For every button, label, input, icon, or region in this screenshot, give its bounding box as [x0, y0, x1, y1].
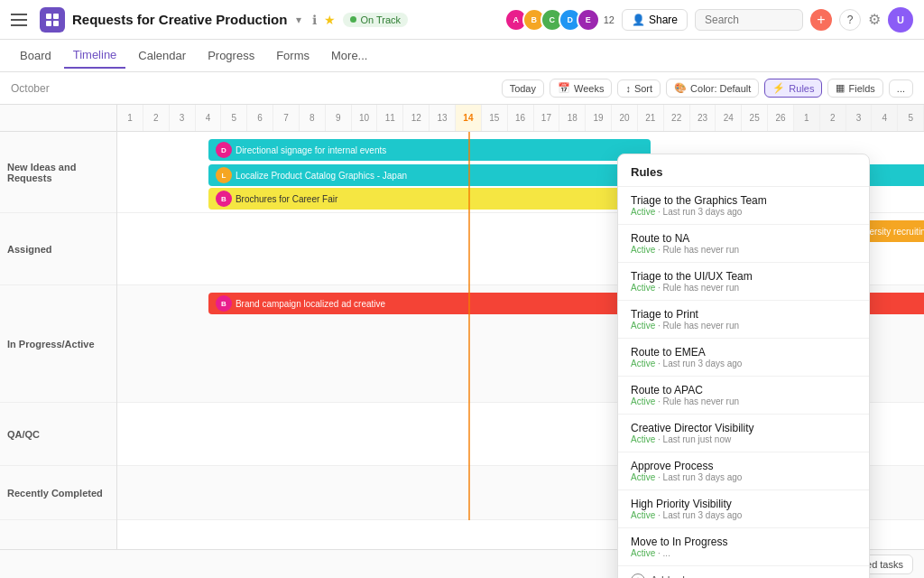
header: Requests for Creative Production ▾ ℹ ★ O… [0, 0, 924, 40]
date-31: 5 [898, 105, 924, 131]
nav-calendar[interactable]: Calendar [129, 43, 195, 68]
add-button[interactable]: + [810, 9, 832, 31]
status-label: On Track [360, 14, 401, 25]
avatar: B [216, 295, 232, 312]
info-icon[interactable]: ℹ [312, 13, 317, 27]
bar-label: Localize Product Catalog Graphics - Japa… [236, 171, 407, 181]
row-label-header [0, 105, 116, 132]
nav-forms[interactable]: Forms [267, 43, 319, 68]
date-13: 13 [430, 105, 456, 131]
row-label-assigned: Assigned [0, 213, 116, 285]
date-10: 10 [352, 105, 378, 131]
nav-timeline[interactable]: Timeline [64, 42, 126, 69]
hamburger-menu[interactable] [11, 9, 32, 31]
header-icons: ℹ ★ On Track [312, 13, 408, 27]
row-label-qaqc: QA/QC [0, 403, 116, 466]
row-label-completed: Recently Completed [0, 466, 116, 520]
date-30: 4 [872, 105, 898, 131]
rules-icon: ⚡ [772, 82, 785, 94]
avatar: L [216, 167, 232, 183]
search-input[interactable] [695, 9, 803, 31]
rule-triage-graphics[interactable]: Triage to the Graphics Team Active · Las… [618, 187, 869, 225]
timeline-content: 1 2 3 4 5 6 7 8 9 10 11 12 13 14 15 16 1… [117, 105, 924, 578]
bar-brochures[interactable]: B Brochures for Career Fair [208, 188, 677, 210]
rule-route-emea[interactable]: Route to EMEA Active · Last run 3 days a… [618, 339, 869, 377]
rule-triage-print[interactable]: Triage to Print Active · Rule has never … [618, 301, 869, 339]
date-24: 24 [716, 105, 742, 131]
nav-board[interactable]: Board [11, 43, 60, 68]
bar-directional-signage[interactable]: D Directional signage for internal event… [208, 139, 651, 161]
more-options-button[interactable]: ... [889, 79, 913, 98]
date-1: 1 [117, 105, 143, 131]
svg-rect-1 [53, 14, 59, 19]
add-rule-button[interactable]: + Add rule [618, 566, 869, 578]
nav: Board Timeline Calendar Progress Forms M… [0, 40, 924, 72]
toolbar-right: Today 📅 Weeks ↕ Sort 🎨 Color: Default ⚡ … [502, 79, 913, 98]
color-button[interactable]: 🎨 Color: Default [666, 79, 759, 98]
rule-high-priority[interactable]: High Priority Visibility Active · Last r… [618, 490, 869, 528]
sort-button[interactable]: ↕ Sort [617, 79, 661, 98]
rule-move-in-progress[interactable]: Move to In Progress Active · ... [618, 528, 869, 566]
timeline-container: New Ideas and Requests Assigned In Progr… [0, 105, 924, 578]
weeks-button[interactable]: 📅 Weeks [550, 79, 612, 98]
date-8: 8 [300, 105, 326, 131]
rule-triage-uiux[interactable]: Triage to the UI/UX Team Active · Rule h… [618, 263, 869, 301]
user-avatar[interactable]: U [888, 7, 913, 33]
chevron-down-icon[interactable]: ▾ [296, 14, 301, 26]
fields-button[interactable]: ▦ Fields [827, 79, 882, 98]
share-icon: 👤 [632, 14, 645, 26]
avatars-group: A B C D E 12 [504, 8, 614, 32]
color-icon: 🎨 [674, 82, 687, 94]
date-28: 2 [820, 105, 846, 131]
date-29: 3 [846, 105, 873, 131]
nav-progress[interactable]: Progress [199, 43, 263, 68]
header-right: A B C D E 12 👤 Share + ? ⚙ U [504, 7, 913, 33]
date-14: 14 [456, 105, 482, 131]
date-20: 20 [612, 105, 638, 131]
svg-rect-2 [46, 21, 51, 26]
toolbar: October Today 📅 Weeks ↕ Sort 🎨 Color: De… [0, 72, 924, 105]
svg-rect-3 [53, 21, 59, 26]
app-icon [40, 7, 65, 33]
date-12: 12 [403, 105, 430, 131]
date-18: 18 [559, 105, 586, 131]
date-21: 21 [638, 105, 664, 131]
month-label: October [11, 82, 50, 95]
date-11: 11 [377, 105, 403, 131]
date-25: 25 [742, 105, 768, 131]
date-26: 26 [768, 105, 794, 131]
date-header: 1 2 3 4 5 6 7 8 9 10 11 12 13 14 15 16 1… [117, 105, 924, 132]
rule-route-apac[interactable]: Route to APAC Active · Rule has never ru… [618, 377, 869, 415]
rule-approve-process[interactable]: Approve Process Active · Last run 3 days… [618, 452, 869, 490]
project-title: Requests for Creative Production [72, 12, 287, 27]
date-4: 4 [196, 105, 222, 131]
sort-icon: ↕ [625, 83, 631, 94]
date-17: 17 [534, 105, 560, 131]
date-19: 19 [586, 105, 612, 131]
rules-panel: Rules Triage to the Graphics Team Active… [617, 154, 870, 578]
date-6: 6 [247, 105, 273, 131]
date-7: 7 [273, 105, 300, 131]
star-icon[interactable]: ★ [324, 13, 336, 27]
avatar: E [577, 8, 600, 32]
help-button[interactable]: ? [839, 9, 861, 31]
rules-button[interactable]: ⚡ Rules [764, 79, 822, 98]
share-button[interactable]: 👤 Share [622, 9, 688, 31]
today-button[interactable]: Today [502, 79, 544, 98]
svg-rect-0 [46, 14, 51, 19]
row-label-in-progress: In Progress/Active [0, 285, 116, 403]
calendar-icon: 📅 [558, 82, 570, 94]
settings-icon[interactable]: ⚙ [868, 11, 881, 28]
date-22: 22 [664, 105, 690, 131]
date-23: 23 [690, 105, 716, 131]
rule-creative-director[interactable]: Creative Director Visibility Active · La… [618, 415, 869, 452]
nav-more[interactable]: More... [322, 43, 376, 68]
status-badge[interactable]: On Track [343, 13, 408, 27]
avatar-count: 12 [604, 14, 614, 25]
date-2: 2 [143, 105, 170, 131]
add-rule-label: Add rule [651, 574, 691, 578]
rule-route-na[interactable]: Route to NA Active · Rule has never run [618, 225, 869, 263]
status-dot [350, 16, 356, 23]
row-label-new-ideas: New Ideas and Requests [0, 132, 116, 213]
date-9: 9 [326, 105, 352, 131]
